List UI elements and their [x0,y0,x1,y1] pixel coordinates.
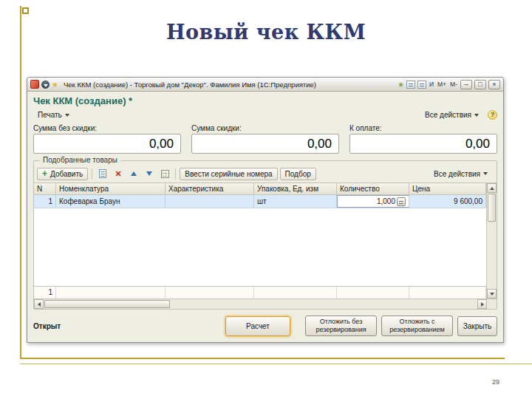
bottom-accent-line-2 [20,364,532,364]
toolbar-separator [92,168,92,180]
window-titlebar[interactable]: ★ Чек ККМ (создание) - Торговый дом "Дек… [27,78,503,92]
chevron-down-icon [65,114,69,117]
main-menu-icon[interactable] [41,81,50,89]
table-empty-area[interactable] [34,208,486,286]
enter-serials-button[interactable]: Ввести серийные номера [180,168,277,180]
scrollbar-corner [487,299,497,309]
calendar-icon[interactable] [406,81,415,89]
calculator-icon[interactable] [417,81,426,89]
close-form-button[interactable]: Закрыть [457,316,497,336]
close-button[interactable]: × [488,80,500,89]
delete-row-icon[interactable]: ✕ [112,167,125,180]
calc-button[interactable]: Расчет [225,316,290,336]
cell-n: 1 [34,195,56,208]
items-table: N Номенклатура Характеристика Упаковка, … [34,183,497,299]
form-command-bar: Печать Все действия ? [27,108,503,123]
field-discount-sum: Сумма скидки: 0,00 [191,124,339,154]
memory-minus-button[interactable]: М- [449,81,458,88]
add-button[interactable]: + Добавить [37,168,88,180]
totals-row: Сумма без скидки: 0,00 Сумма скидки: 0,0… [27,123,503,159]
footer-cell [56,287,166,299]
favorites-star-icon[interactable]: ★ [52,81,58,89]
app-window: ★ Чек ККМ (создание) - Торговый дом "Дек… [27,77,504,343]
move-up-icon[interactable] [127,167,140,180]
form-footer: Открыт Расчет Отложить без резервировани… [27,313,503,342]
arrow-down-icon [146,171,152,176]
chevron-down-icon [474,114,479,117]
bullet-square [22,7,29,14]
service-star-icon[interactable]: ★ [398,81,404,89]
window-title: Чек ККМ (создание) - Торговый дом "Декор… [61,81,395,89]
field-sum-no-discount: Сумма без скидки: 0,00 [33,124,181,154]
discount-sum-input[interactable]: 0,00 [191,134,339,154]
slide-title: Новый чек ККМ [0,21,532,44]
col-header-quantity[interactable]: Количество [337,183,409,194]
field-label: Сумма скидки: [191,124,339,132]
cell-quantity-editor[interactable]: 1,000 [337,195,409,208]
footer-cell-n: 1 [34,287,56,299]
items-all-actions-label: Все действия [434,170,480,178]
hold-without-reserve-button[interactable]: Отложить без резервирования [305,316,377,336]
footer-cell [337,287,409,299]
table-row[interactable]: 1 Кофеварка Браун шт 1,000 9 600,00 [34,195,486,208]
help-icon[interactable]: ? [488,110,497,120]
horizontal-scroll-thumb[interactable] [44,300,170,308]
footer-cell [409,287,486,299]
footer-cell [166,287,254,299]
memory-indicator: И [429,81,434,88]
all-actions-button[interactable]: Все действия [420,109,483,120]
vertical-scrollbar[interactable] [486,183,497,299]
field-label: К оплате: [349,124,497,132]
edit-row-icon[interactable] [96,167,109,180]
cell-nomenclature: Кофеварка Браун [56,195,166,208]
cell-unit: шт [254,195,337,208]
table-header-row: N Номенклатура Характеристика Упаковка, … [34,183,486,195]
move-down-icon[interactable] [143,167,156,180]
scroll-left-icon[interactable] [34,299,44,309]
col-header-n[interactable]: N [34,183,56,194]
sum-no-discount-input[interactable]: 0,00 [33,134,181,154]
col-header-unit[interactable]: Упаковка, Ед. изм [254,183,337,194]
scroll-down-icon[interactable] [487,289,497,299]
calculator-picker-icon[interactable] [397,197,406,206]
grid-settings-icon[interactable] [158,167,171,180]
onec-app-icon [30,80,39,89]
group-title: Подобранные товары [40,156,120,164]
scroll-right-icon[interactable] [477,299,487,309]
grid-icon [161,170,169,178]
slide: Новый чек ККМ ★ Чек ККМ (создание) - Тор… [0,0,532,399]
plus-icon: + [42,170,47,177]
pick-label: Подбор [285,170,311,178]
add-label: Добавить [50,170,83,178]
scroll-up-icon[interactable] [487,183,497,193]
to-pay-input[interactable]: 0,00 [349,134,497,154]
vertical-scroll-thumb[interactable] [488,194,496,222]
toolbar-separator [175,168,176,180]
items-all-actions-button[interactable]: Все действия [429,168,492,180]
cell-price: 9 600,00 [409,195,486,208]
table-footer-row: 1 [34,286,486,299]
pick-button[interactable]: Подбор [280,168,316,180]
quantity-value: 1,000 [341,197,397,205]
page-number: 29 [492,378,499,386]
enter-serials-label: Ввести серийные номера [185,170,272,178]
footer-cell [254,287,337,299]
memory-plus-button[interactable]: М+ [437,81,447,88]
col-header-nomenclature[interactable]: Номенклатура [56,183,166,194]
horizontal-scrollbar[interactable] [34,299,497,309]
maximize-button[interactable]: □ [474,80,486,89]
hold-with-reserve-button[interactable]: Отложить с резервированием [381,316,453,336]
left-accent-bar [20,6,21,358]
all-actions-label: Все действия [425,111,471,119]
minimize-button[interactable]: – [460,80,472,89]
field-to-pay: К оплате: 0,00 [349,124,497,154]
items-toolbar: + Добавить ✕ Ввести серийные номера Подб… [34,166,497,183]
col-header-characteristic[interactable]: Характеристика [166,183,254,194]
arrow-up-icon [131,171,137,176]
sheet-icon [99,169,106,178]
print-menu-label: Печать [38,111,62,119]
delete-x-icon: ✕ [115,170,122,177]
print-menu-button[interactable]: Печать [33,109,74,120]
field-label: Сумма без скидки: [33,124,181,132]
col-header-price[interactable]: Цена [409,183,486,194]
